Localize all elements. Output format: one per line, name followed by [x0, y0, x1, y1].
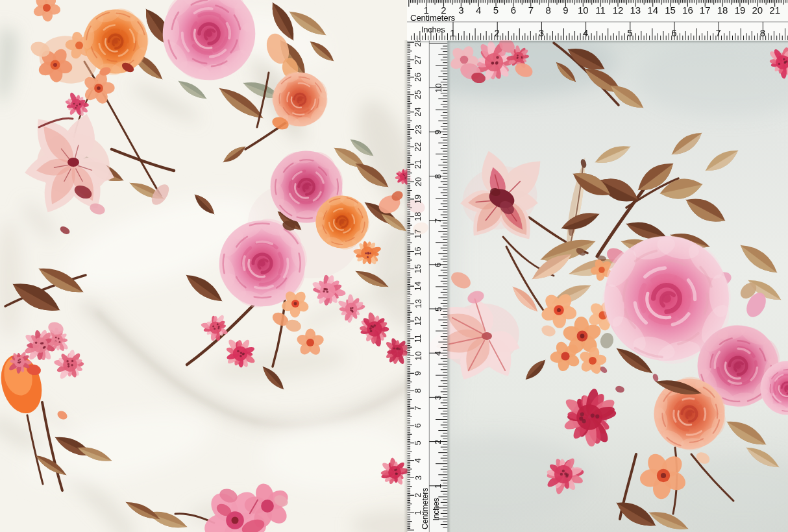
- svg-text:3: 3: [458, 5, 463, 16]
- svg-text:7: 7: [413, 406, 423, 411]
- svg-text:6: 6: [511, 5, 516, 16]
- svg-text:12: 12: [613, 5, 624, 16]
- svg-text:5: 5: [493, 5, 499, 16]
- svg-text:22: 22: [413, 142, 423, 151]
- svg-text:16: 16: [413, 247, 423, 256]
- svg-text:14: 14: [413, 282, 423, 291]
- svg-text:3: 3: [413, 476, 423, 480]
- svg-text:Inches: Inches: [432, 498, 441, 520]
- svg-text:1: 1: [450, 27, 455, 38]
- svg-text:4: 4: [413, 458, 423, 463]
- svg-text:10: 10: [413, 351, 423, 360]
- svg-text:8: 8: [545, 5, 550, 16]
- svg-text:15: 15: [665, 5, 676, 16]
- svg-text:13: 13: [630, 5, 641, 16]
- svg-text:24: 24: [413, 107, 423, 116]
- svg-text:4: 4: [434, 351, 443, 356]
- svg-text:Centimeters: Centimeters: [421, 488, 430, 529]
- svg-text:21: 21: [413, 160, 423, 169]
- svg-text:12: 12: [413, 317, 423, 326]
- svg-text:6: 6: [413, 423, 423, 428]
- svg-text:20: 20: [752, 5, 763, 16]
- svg-text:3: 3: [434, 395, 443, 400]
- svg-text:27: 27: [413, 55, 423, 64]
- svg-text:5: 5: [434, 307, 443, 311]
- svg-text:19: 19: [735, 5, 746, 16]
- svg-text:15: 15: [413, 264, 423, 273]
- svg-text:17: 17: [700, 5, 711, 16]
- svg-text:14: 14: [647, 5, 658, 16]
- svg-text:9: 9: [434, 130, 443, 134]
- svg-text:6: 6: [671, 27, 676, 38]
- svg-text:5: 5: [627, 27, 632, 38]
- svg-text:7: 7: [716, 27, 721, 38]
- svg-text:7: 7: [434, 219, 443, 223]
- svg-text:8: 8: [760, 27, 765, 38]
- svg-text:16: 16: [682, 5, 693, 16]
- svg-text:21: 21: [769, 5, 780, 16]
- svg-text:10: 10: [578, 5, 589, 16]
- svg-text:11: 11: [413, 334, 423, 343]
- svg-text:8: 8: [434, 174, 443, 178]
- svg-text:18: 18: [717, 5, 728, 16]
- svg-text:9: 9: [413, 371, 423, 376]
- svg-text:11: 11: [595, 5, 606, 16]
- svg-text:7: 7: [528, 5, 534, 16]
- svg-text:5: 5: [413, 441, 423, 445]
- svg-text:20: 20: [413, 177, 423, 186]
- svg-text:25: 25: [413, 90, 423, 99]
- svg-text:1: 1: [434, 484, 443, 489]
- svg-text:2: 2: [495, 27, 500, 38]
- svg-text:4: 4: [583, 27, 588, 38]
- svg-text:6: 6: [434, 263, 443, 267]
- svg-text:3: 3: [539, 27, 544, 38]
- svg-text:18: 18: [413, 212, 423, 221]
- svg-text:2: 2: [434, 440, 443, 444]
- svg-text:13: 13: [413, 299, 423, 308]
- svg-text:4: 4: [476, 5, 481, 16]
- svg-text:Centimeters: Centimeters: [410, 13, 456, 23]
- svg-text:8: 8: [413, 389, 423, 393]
- svg-text:23: 23: [413, 125, 423, 134]
- svg-text:9: 9: [563, 5, 568, 16]
- svg-text:19: 19: [413, 195, 423, 204]
- svg-text:17: 17: [413, 229, 423, 238]
- svg-text:26: 26: [413, 73, 423, 82]
- svg-text:10: 10: [434, 83, 443, 92]
